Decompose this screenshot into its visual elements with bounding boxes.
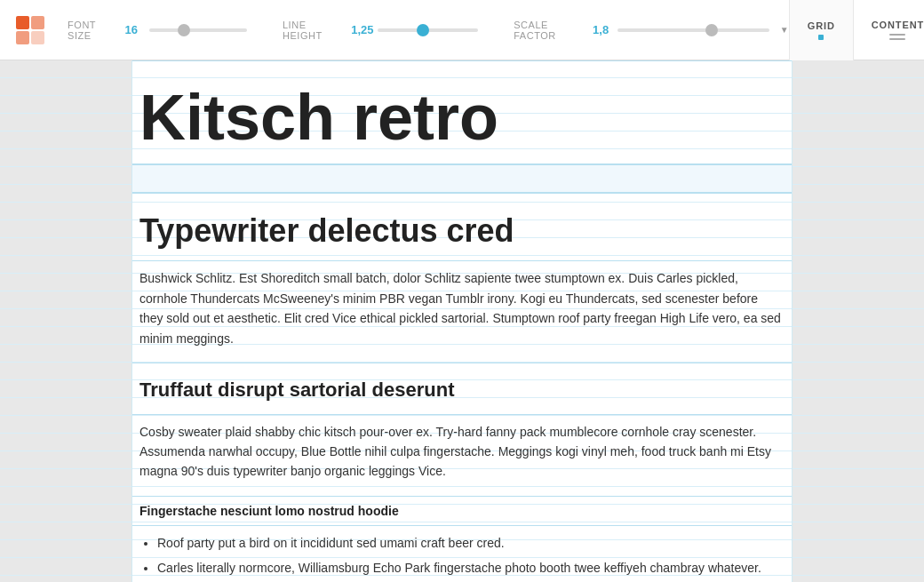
- tab-grid[interactable]: GRID: [789, 0, 853, 60]
- font-size-slider[interactable]: [149, 28, 247, 32]
- content-inner: Kitsch retro Typewriter delectus cred Bu…: [132, 60, 792, 582]
- left-gutter: [0, 60, 131, 582]
- list-item-2: Carles literally normcore, Williamsburg …: [157, 558, 785, 579]
- heading-1: Kitsch retro: [132, 61, 792, 163]
- scale-factor-value: 1,8: [593, 23, 610, 36]
- font-size-control: FONT SIZE 16: [68, 20, 247, 41]
- heading-2: Typewriter delectus cred: [132, 194, 792, 260]
- list-item-1: Roof party put a bird on it incididunt s…: [157, 533, 785, 554]
- scale-dropdown-arrow[interactable]: ▼: [780, 25, 789, 35]
- svg-rect-2: [16, 31, 29, 44]
- font-size-thumb[interactable]: [178, 24, 190, 36]
- toolbar: FONT SIZE 16 LINE HEIGHT 1,25 SCALE FACT…: [0, 0, 924, 60]
- svg-rect-0: [16, 16, 29, 29]
- body-text-2: Cosby sweater plaid shabby chic kitsch p…: [132, 415, 792, 496]
- tab-grid-indicator: [818, 35, 824, 40]
- content-list: Roof party put a bird on it incididunt s…: [132, 526, 792, 582]
- tab-content[interactable]: CONTENT: [853, 0, 924, 60]
- line-height-label: LINE HEIGHT: [283, 20, 340, 41]
- heading-3: Truffaut disrupt sartorial deserunt: [132, 363, 792, 414]
- scale-factor-label: SCALE FACTOR: [514, 20, 582, 41]
- tab-content-indicator: [889, 34, 905, 40]
- line-height-thumb[interactable]: [417, 24, 429, 36]
- scale-factor-thumb[interactable]: [705, 24, 718, 36]
- right-tabs: GRID CONTENT STYLES: [789, 0, 924, 60]
- line-height-value: 1,25: [351, 23, 370, 36]
- tab-grid-label: GRID: [808, 20, 835, 31]
- font-size-label: FONT SIZE: [68, 20, 114, 41]
- right-gutter: [793, 60, 924, 582]
- svg-rect-3: [31, 31, 44, 44]
- main-area: Kitsch retro Typewriter delectus cred Bu…: [0, 60, 924, 582]
- svg-rect-1: [31, 16, 44, 29]
- scale-factor-slider[interactable]: [617, 28, 769, 32]
- line-height-control: LINE HEIGHT 1,25: [283, 20, 478, 41]
- spacer-1: [132, 164, 792, 193]
- logo-icon: [14, 14, 46, 46]
- line-height-slider[interactable]: [378, 28, 478, 32]
- font-size-value: 16: [124, 23, 142, 36]
- tab-content-label: CONTENT: [872, 20, 924, 30]
- content-panel[interactable]: Kitsch retro Typewriter delectus cred Bu…: [131, 60, 793, 582]
- subheading: Fingerstache nesciunt lomo nostrud hoodi…: [132, 497, 792, 525]
- logo: [14, 14, 46, 46]
- scale-factor-control: SCALE FACTOR 1,8 ▼: [514, 20, 789, 41]
- body-text-1: Bushwick Schlitz. Est Shoreditch small b…: [132, 261, 792, 363]
